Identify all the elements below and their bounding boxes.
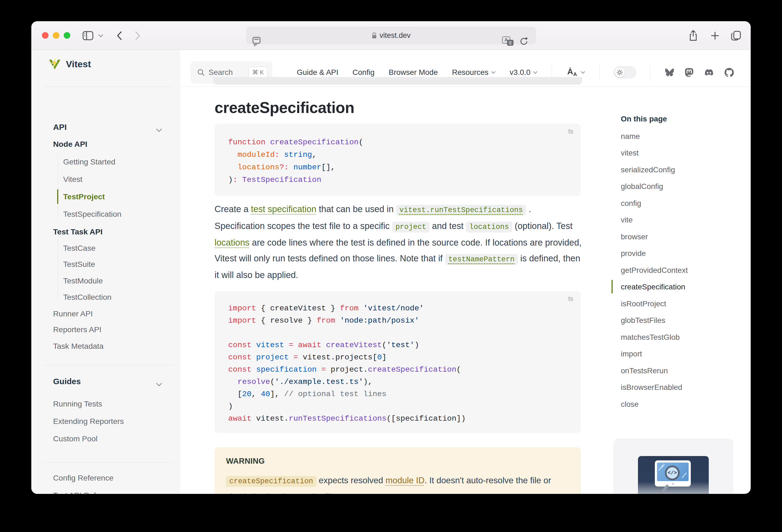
- minimize-window-button[interactable]: [53, 32, 59, 39]
- chevron-down-icon: [156, 125, 162, 134]
- sidebar-item-testmodule[interactable]: TestModule: [63, 276, 103, 285]
- sidebar-item-vitest[interactable]: Vitest: [63, 175, 82, 183]
- inline-code: locations: [466, 222, 512, 233]
- sidebar-item-testcollection[interactable]: TestCollection: [63, 293, 111, 302]
- toc-item-globtestfiles[interactable]: globTestFiles: [621, 316, 665, 325]
- logo-text: Vitest: [66, 59, 91, 69]
- mastodon-icon[interactable]: [685, 68, 694, 77]
- sidebar-item-testspecification[interactable]: TestSpecification: [63, 210, 121, 218]
- sidebar-item-runner-api[interactable]: Runner API: [53, 309, 93, 318]
- warning-callout: WARNING createSpecification expects reso…: [215, 447, 581, 494]
- toc-item-createspecification[interactable]: createSpecification: [621, 283, 685, 291]
- sidebar-section-api[interactable]: API: [53, 123, 162, 132]
- code-signature: function createSpecification( moduleId: …: [215, 124, 581, 186]
- toc-item-provide[interactable]: provide: [621, 249, 646, 258]
- url-text[interactable]: vitest.dev: [380, 31, 411, 40]
- search-icon: [197, 69, 205, 76]
- share-icon[interactable]: [687, 21, 700, 50]
- lock-icon: [372, 32, 377, 39]
- inline-code: project: [392, 222, 429, 233]
- toc-item-globalconfig[interactable]: globalConfig: [621, 182, 663, 191]
- nav-config[interactable]: Config: [353, 68, 375, 77]
- sidebar-item-node-api[interactable]: Node API: [53, 140, 87, 148]
- browser-toolbar: vitest.dev A文: [31, 21, 751, 50]
- github-icon[interactable]: [724, 68, 734, 77]
- sidebar-item-reporters-api[interactable]: Reporters API: [53, 325, 101, 334]
- new-tab-icon[interactable]: [709, 21, 721, 50]
- chevron-down-icon: [491, 71, 496, 74]
- bluesky-icon[interactable]: [665, 68, 674, 77]
- sidebar-chevron-icon[interactable]: [96, 21, 105, 50]
- chevron-down-icon: [581, 71, 585, 74]
- warning-title: WARNING: [226, 457, 569, 466]
- sun-icon: [615, 68, 625, 77]
- toc-item-isbrowserenabled[interactable]: isBrowserEnabled: [621, 383, 682, 392]
- code-example: import { createVitest } from 'vitest/nod…: [215, 291, 581, 425]
- toc-item-isrootproject[interactable]: isRootProject: [621, 299, 666, 308]
- inline-link[interactable]: locations: [215, 238, 249, 247]
- inline-code-link[interactable]: vitest.runTestSpecifications: [396, 204, 526, 214]
- nav-guide-api[interactable]: Guide & API: [297, 68, 339, 77]
- toc-item-name[interactable]: name: [621, 132, 640, 141]
- codeblock-signature[interactable]: ts function createSpecification( moduleI…: [215, 124, 581, 196]
- toc-item-serializedconfig[interactable]: serializedConfig: [621, 166, 675, 174]
- chevron-down-icon: [156, 380, 162, 388]
- inline-code-link[interactable]: testNamePattern: [445, 253, 518, 263]
- divider: [599, 65, 600, 80]
- toc-item-vite[interactable]: vite: [621, 216, 633, 224]
- sidebar-item-custom-pool[interactable]: Custom Pool: [53, 434, 98, 443]
- previous-codeblock-peek: [213, 77, 582, 85]
- sidebar-item-task-metadata[interactable]: Task Metadata: [53, 342, 103, 350]
- sidebar-item-testsuite[interactable]: TestSuite: [63, 260, 95, 269]
- browser-window: vitest.dev A文 Vitest AP: [31, 21, 751, 494]
- sidebar-item-testcase[interactable]: TestCase: [63, 244, 96, 252]
- search-label: Search: [209, 68, 245, 77]
- nav-version[interactable]: v3.0.0: [510, 68, 537, 77]
- close-window-button[interactable]: [42, 32, 48, 39]
- toc-item-vitest[interactable]: vitest: [621, 149, 639, 157]
- sidebar-item-config-reference[interactable]: Config Reference: [53, 473, 113, 482]
- toc-item-matchestestglob[interactable]: matchesTestGlob: [621, 333, 680, 342]
- vitest-logo[interactable]: Vitest: [48, 58, 91, 70]
- divider: [650, 65, 650, 80]
- toc-item-close[interactable]: close: [621, 400, 639, 409]
- active-item-marker: [57, 189, 58, 204]
- inline-link[interactable]: test specification: [251, 204, 316, 214]
- inline-link[interactable]: module ID: [386, 475, 425, 485]
- chevron-down-icon: [533, 71, 537, 74]
- sidebar-item-testproject[interactable]: TestProject: [63, 192, 105, 201]
- toc-active-marker: [611, 280, 613, 293]
- toc-item-ontestsrerun[interactable]: onTestsRerun: [621, 366, 668, 375]
- sidebar-toggle-icon[interactable]: [80, 21, 96, 50]
- address-bar[interactable]: vitest.dev A文: [246, 27, 536, 44]
- codeblock-example[interactable]: ts import { createVitest } from 'vitest/…: [215, 291, 581, 433]
- toc-title: On this page: [621, 115, 667, 123]
- zoom-window-button[interactable]: [64, 32, 70, 39]
- toc-item-getprovidedcontext[interactable]: getProvidedContext: [621, 266, 688, 275]
- sidebar-item-test-task-api[interactable]: Test Task API: [53, 227, 103, 236]
- toc-item-import[interactable]: import: [621, 350, 642, 358]
- sidebar-item-extending-reporters[interactable]: Extending Reporters: [53, 417, 124, 426]
- divider: [43, 365, 173, 365]
- search-shortcut: ⌘ K: [249, 67, 268, 78]
- sidebar-item-getting-started[interactable]: Getting Started: [63, 157, 115, 166]
- sidebar-item-test-api-reference[interactable]: Test API Reference: [53, 491, 119, 494]
- nav-resources[interactable]: Resources: [452, 68, 496, 77]
- toc-list: name vitest serializedConfig globalConfi…: [621, 128, 735, 413]
- page-title: createSpecification: [215, 99, 354, 116]
- toc-item-config[interactable]: config: [621, 199, 641, 208]
- forward-button[interactable]: [132, 21, 144, 50]
- discord-icon[interactable]: [704, 68, 714, 76]
- inline-code: createSpecification: [226, 476, 316, 487]
- tab-overview-icon[interactable]: [729, 21, 743, 50]
- toc-item-browser[interactable]: browser: [621, 233, 648, 241]
- sidebar-section-guides[interactable]: Guides: [53, 377, 162, 386]
- description-paragraph: Create a test specification that can be …: [215, 202, 583, 283]
- back-button[interactable]: [113, 21, 126, 50]
- theme-toggle[interactable]: [614, 66, 636, 78]
- vitest-logo-icon: [48, 58, 61, 70]
- sponsor-card[interactable]: </>: [613, 438, 733, 494]
- language-menu[interactable]: ȦA: [566, 66, 585, 78]
- nav-browser-mode[interactable]: Browser Mode: [389, 68, 438, 77]
- sidebar-item-running-tests[interactable]: Running Tests: [53, 399, 102, 408]
